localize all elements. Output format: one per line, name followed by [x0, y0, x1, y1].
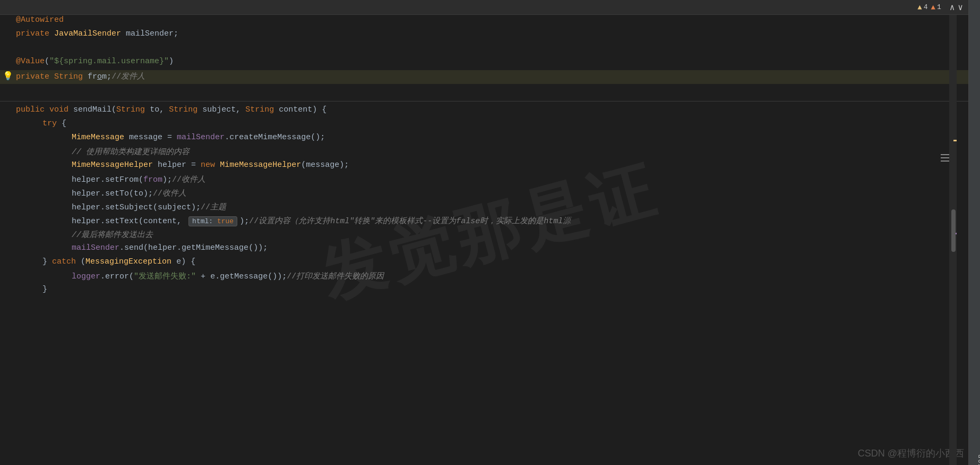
- code-line-empty-1: [0, 43, 968, 56]
- var-helper: helper: [158, 160, 186, 170]
- method-getMessage: getMessage: [220, 272, 268, 281]
- code-line-settext: helper . setText ( content , html: true …: [0, 215, 968, 229]
- var-from-cursor: o: [97, 72, 102, 81]
- annotation-autowired: @Autowired: [16, 15, 64, 24]
- attribution: CSDN @程博衍的小西西: [858, 447, 964, 460]
- code-line-comment-1: // 使用帮助类构建更详细的内容: [0, 146, 968, 160]
- arg-message: message: [306, 160, 339, 170]
- param-to: to: [150, 105, 159, 114]
- nav-arrows: ∧ ∨: [949, 2, 964, 13]
- comment-setto: //收件人: [153, 188, 186, 198]
- var-message: message: [129, 133, 162, 142]
- code-line-logger: logger . error ( "发送邮件失败:" + e . getMess…: [0, 270, 968, 284]
- arg-subject: subject: [158, 203, 191, 212]
- kw-private-1: private: [16, 29, 49, 38]
- kw-String-to: String: [116, 105, 145, 114]
- comment-settext: //设置内容（允许支持html"转换"来的模板样式--设置为false时，实际上…: [249, 216, 571, 226]
- code-line-close-catch: }: [0, 284, 968, 298]
- code-line-try: try {: [0, 119, 968, 132]
- code-line-from-field: 💡 private String from ; //发件人: [0, 70, 968, 84]
- kw-String-subject: String: [169, 105, 197, 114]
- comment-logger: //打印发送邮件失败的原因: [287, 271, 384, 281]
- method-setTo: setTo: [105, 189, 129, 198]
- tooltip-true-val: true: [217, 217, 234, 225]
- kw-catch: catch: [52, 257, 76, 266]
- obj-helper-1: helper: [72, 175, 100, 184]
- code-line-mime-msg: MimeMessage message = mailSender . creat…: [0, 132, 968, 146]
- method-setFrom: setFrom: [105, 175, 139, 184]
- obj-logger: logger: [72, 272, 100, 281]
- kw-new: new: [201, 160, 215, 170]
- punct-try-brace: {: [62, 119, 66, 128]
- nav-down-arrow[interactable]: ∨: [957, 2, 964, 13]
- code-line-send: mailSender . send ( helper . getMimeMess…: [0, 243, 968, 257]
- arg-content: content: [143, 217, 177, 226]
- annotation-value: @Value: [16, 57, 45, 66]
- gutter-from: 💡: [0, 71, 16, 81]
- param-e2: e: [210, 272, 215, 281]
- param-subject: subject: [202, 105, 236, 114]
- warning-yellow-icon: ▲: [917, 3, 922, 12]
- kw-private-2: private: [16, 72, 49, 81]
- comment-setsubject: //主题: [201, 202, 226, 212]
- bulb-icon[interactable]: 💡: [3, 71, 13, 81]
- scrollbar[interactable]: [949, 0, 957, 465]
- param-e: e: [176, 257, 181, 266]
- punct-brace-open: {: [322, 105, 326, 114]
- code-line-autowired: @Autowired: [0, 15, 968, 29]
- tooltip-html: html: true: [188, 216, 237, 226]
- editor-container: 发觉那是证 ▲ 4 ▲ 1 ∧ ∨: [0, 0, 980, 465]
- punct-paren-method: (: [111, 105, 116, 114]
- code-line-sendmail-sig: public void sendMail ( String to , Strin…: [0, 105, 968, 119]
- nav-up-arrow[interactable]: ∧: [949, 2, 956, 13]
- class-MimeMessage: MimeMessage: [72, 133, 124, 142]
- scroll-thumb[interactable]: [951, 209, 956, 252]
- method-getMimeMessage: getMimeMessage: [182, 243, 248, 252]
- scroll-marker-yellow-1: [953, 140, 957, 141]
- comment-sender: //发件人: [111, 71, 145, 81]
- punct-semi-1: ;: [174, 29, 178, 38]
- method-setSubject: setSubject: [105, 203, 153, 212]
- string-error-msg: "发送邮件失败:": [134, 271, 196, 281]
- comment-helper: // 使用帮助类构建更详细的内容: [72, 147, 190, 157]
- right-sidebar: Maven: [968, 0, 980, 465]
- kw-String-content: String: [245, 105, 274, 114]
- code-line-setsubject: helper . setSubject ( subject ); //主题: [0, 201, 968, 215]
- punct-close-catch: }: [42, 285, 47, 294]
- warning-orange-count: 1: [937, 3, 941, 11]
- warning-yellow-badge[interactable]: ▲ 4: [917, 3, 927, 12]
- obj-mailSender-1: mailSender: [177, 133, 225, 142]
- kw-void: void: [49, 105, 68, 114]
- arg-to: to: [134, 189, 143, 198]
- code-line-catch: } catch ( MessagingException e ) {: [0, 257, 968, 270]
- method-error: error: [105, 272, 129, 281]
- code-line-value-annotation: @Value ( "${spring.mail.username}" ): [0, 56, 968, 70]
- obj-helper-3: helper: [72, 203, 100, 212]
- comment-setfrom: //收件人: [172, 174, 205, 184]
- arg-from: from: [143, 175, 162, 184]
- punct-paren-2: ): [169, 57, 174, 66]
- method-send: send: [124, 243, 143, 252]
- code-line-mailsender-field: private JavaMailSender mailSender ;: [0, 29, 968, 43]
- code-line-comment-2: //最后将邮件发送出去: [0, 229, 968, 243]
- three-lines-icon[interactable]: [941, 154, 949, 164]
- var-from: fr: [88, 72, 97, 81]
- class-MimeMessageHelper-2: MimeMessageHelper: [220, 160, 301, 170]
- kw-String-1: String: [54, 72, 83, 81]
- var-from-m: m: [102, 72, 107, 81]
- kw-try: try: [42, 119, 57, 128]
- maven-tab-label[interactable]: Maven: [975, 233, 981, 466]
- obj-helper-5: helper: [148, 243, 177, 252]
- code-line-helper: MimeMessageHelper helper = new MimeMessa…: [0, 160, 968, 174]
- code-area: ▲ 4 ▲ 1 ∧ ∨ @Autowired: [0, 0, 968, 465]
- code-line-setto: helper . setTo ( to ); //收件人: [0, 188, 968, 201]
- section-divider: [0, 101, 968, 102]
- var-mailSender: mailSender: [126, 29, 174, 38]
- string-spring-mail: "${spring.mail.username}": [49, 57, 169, 66]
- obj-helper-4: helper: [72, 217, 100, 226]
- obj-helper-2: helper: [72, 189, 100, 198]
- class-MessagingException: MessagingException: [85, 257, 171, 266]
- class-MimeMessageHelper-1: MimeMessageHelper: [72, 160, 153, 170]
- warning-orange-badge[interactable]: ▲ 1: [931, 3, 941, 12]
- top-bar: ▲ 4 ▲ 1 ∧ ∨: [0, 0, 968, 15]
